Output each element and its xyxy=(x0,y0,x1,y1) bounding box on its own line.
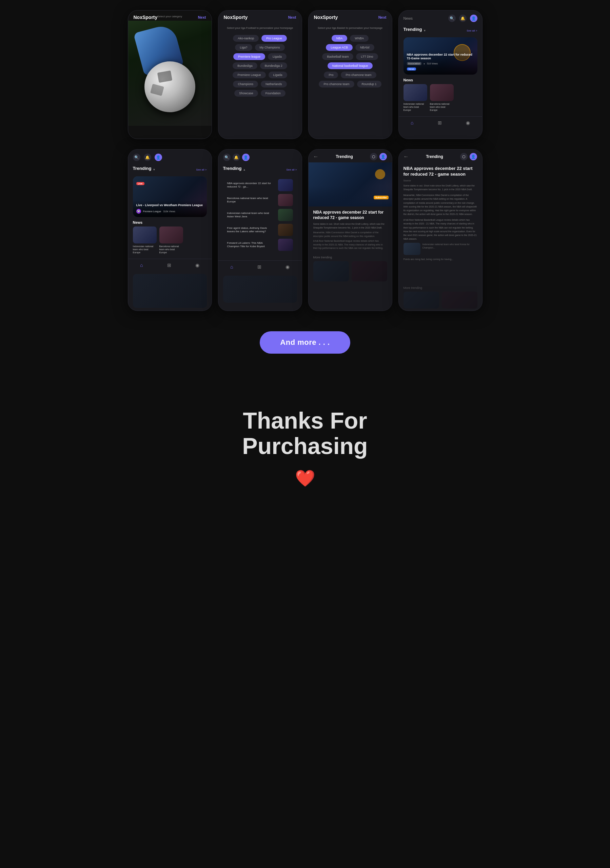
trending-hero-card[interactable]: NBA approves december 22 start for reduc… xyxy=(404,37,477,74)
nav-home-2[interactable]: ⌂ xyxy=(140,262,143,268)
cat-chip[interactable]: Liga? xyxy=(235,44,252,51)
list-img-4 xyxy=(278,224,293,236)
cat-label-2: Select your liga Football to personalize… xyxy=(227,26,293,29)
cat-chip[interactable]: Basketball team xyxy=(322,53,353,60)
cat-chip[interactable]: My Champions xyxy=(255,44,285,51)
back-btn-2[interactable]: ← xyxy=(404,153,409,160)
cat-chip[interactable]: Ligada xyxy=(268,53,287,60)
cat-chip-active[interactable]: Pro League xyxy=(261,35,287,42)
avatar-icon[interactable]: 👤 xyxy=(470,15,477,22)
list-item-2[interactable]: Barcelona national team who beat Europe xyxy=(227,194,293,206)
share-icon[interactable]: ⬡ xyxy=(370,153,377,160)
phone2-categories: Ako-nankop Pro League Liga? My Champions… xyxy=(218,33,302,139)
cat-chip[interactable]: Foundation xyxy=(261,90,286,97)
nav-user-3[interactable]: ◉ xyxy=(286,264,290,270)
bell-icon[interactable]: 🔔 xyxy=(459,15,467,22)
trending-dropdown-5[interactable]: Trending xyxy=(426,154,443,159)
nav-grid-2[interactable]: ⊞ xyxy=(167,262,171,268)
trending-dropdown-2[interactable]: Trending ▼ xyxy=(133,166,156,174)
list-item-3[interactable]: Indonesian national team who beat Asian … xyxy=(227,209,293,221)
cat-chip[interactable]: Roundup 1 xyxy=(357,81,382,87)
cat-chip[interactable]: Pro xyxy=(324,71,338,78)
bell-icon-2[interactable]: 🔔 xyxy=(144,153,151,161)
next-btn-2[interactable]: Next xyxy=(288,15,296,19)
cat-chip[interactable]: Pro chamone team xyxy=(319,81,354,87)
cat-chip[interactable]: Bundesliga 2 xyxy=(260,62,287,69)
cat-chip-active[interactable]: National basketball league xyxy=(328,62,373,69)
next-btn-1[interactable]: Next xyxy=(198,15,206,19)
news-thumb-2[interactable]: Barcelona national team who beat Europe xyxy=(430,84,454,112)
phone5-extra xyxy=(128,271,211,311)
nav-user-2[interactable]: ◉ xyxy=(195,262,199,268)
nav-home-3[interactable]: ⌂ xyxy=(230,264,233,270)
avatar-icon-4[interactable]: 👤 xyxy=(379,153,387,160)
trending-dropdown-3[interactable]: Trending ▲ xyxy=(223,166,246,174)
see-all-link[interactable]: See all > xyxy=(467,29,477,32)
full-article-title: NBA approves december 22 start for reduc… xyxy=(404,166,477,177)
news-thumb-1[interactable]: Indonesian national team who beat Europe xyxy=(404,84,427,112)
search-icon[interactable]: 🔍 xyxy=(448,15,456,22)
cat-chip-active[interactable]: NBA xyxy=(332,35,348,42)
avatar-icon-5[interactable]: 👤 xyxy=(470,153,477,160)
list-item-5[interactable]: Forward LA Lakers: This NBA Champion Tit… xyxy=(227,239,293,251)
back-btn[interactable]: ← xyxy=(313,153,319,160)
article-body-2: Meanwhile, NBA Commission Mike Daniel a … xyxy=(313,231,387,238)
phone4-header-left: News xyxy=(404,16,413,20)
trending-list: NBA approves december 22 start for reduc… xyxy=(223,177,297,256)
search-icon-2[interactable]: 🔍 xyxy=(133,153,140,161)
see-all-link-2[interactable]: See all > xyxy=(196,168,206,171)
cat-chip[interactable]: Premiere League xyxy=(233,71,265,78)
cat-chip[interactable]: Champions xyxy=(233,81,258,87)
trending-dropdown-4[interactable]: Trending xyxy=(336,154,353,159)
cat-chip-active[interactable]: Premiere league xyxy=(233,53,265,60)
trending-dropdown[interactable]: Trending ▼ xyxy=(404,27,426,34)
next-btn-3[interactable]: Next xyxy=(379,15,386,19)
views-text: 516 Views xyxy=(427,62,438,65)
phone-5: 🔍 🔔 👤 Trending ▼ See all > Live xyxy=(128,149,212,311)
cat-chip[interactable]: Netherlands xyxy=(261,81,287,87)
avatar-icon-2[interactable]: 👤 xyxy=(155,153,162,161)
avatar-icon-3[interactable]: 👤 xyxy=(242,153,250,161)
bell-icon-3[interactable]: 🔔 xyxy=(233,153,240,161)
association-badge: Association xyxy=(407,62,422,65)
nav-grid[interactable]: ⊞ xyxy=(438,120,442,126)
cat-chip[interactable]: Pro chamone team xyxy=(341,71,376,78)
cat-chip[interactable]: LTT Dino xyxy=(356,53,378,60)
full-para-3: A full-floor National Basketball League … xyxy=(404,218,477,241)
cat-chip[interactable]: NBAlol xyxy=(355,44,374,51)
bottom-nav-3: ⌂ ⊞ ◉ xyxy=(218,260,302,273)
nav-grid-3[interactable]: ⊞ xyxy=(258,264,261,270)
list-item-1[interactable]: NBA approves december 22 start for reduc… xyxy=(227,179,293,191)
brand-logo-3: NoxSporty xyxy=(314,15,338,20)
news-thumb-1-text: Indonesian national team who beat Europe xyxy=(404,102,427,112)
cat-chip-active[interactable]: League ACB xyxy=(326,44,352,51)
list-img-3 xyxy=(278,209,293,221)
list-item-2-text: Barcelona national team who beat Europe xyxy=(227,197,275,204)
and-more-button[interactable]: And more . . . xyxy=(260,331,350,353)
phone-4: News 🔍 🔔 👤 Trending ▼ See all > xyxy=(399,10,483,139)
article-thumbs: Indonesian national team who beat Korea … xyxy=(404,243,477,255)
live-match-title: Live - Liverpool vs Westham Premiere Lea… xyxy=(136,203,203,208)
cat-chip[interactable]: Bundesliga xyxy=(233,62,258,69)
nav-user[interactable]: ◉ xyxy=(466,120,470,126)
cat-chip[interactable]: Ako-nankop xyxy=(233,35,259,42)
cat-chip[interactable]: WNBA xyxy=(350,35,369,42)
news-thumb-3[interactable]: Indonesian national team who beat Europe xyxy=(133,226,157,254)
see-all-link-3[interactable]: See all > xyxy=(286,168,297,171)
dropdown-icon-2: ▼ xyxy=(152,168,155,171)
nav-home[interactable]: ⌂ xyxy=(411,120,413,126)
cat-chip[interactable]: Ligada xyxy=(269,71,287,78)
search-icon-3[interactable]: 🔍 xyxy=(223,153,231,161)
live-match-card[interactable]: Live Live - Liverpool vs Westham Premier… xyxy=(133,176,207,217)
news-thumb-4[interactable]: Barcelona national team who beat Europe xyxy=(159,226,183,254)
cat-chip[interactable]: Showcase xyxy=(234,90,258,97)
list-item-4[interactable]: Free agent status, Anthony Davis leaves … xyxy=(227,224,293,236)
subscribe-badge[interactable]: Subscribe xyxy=(374,195,389,199)
list-item-4-text: Free agent status, Anthony Davis leaves … xyxy=(227,226,275,234)
share-icon-2[interactable]: ⬡ xyxy=(460,153,467,160)
news-section-title: News xyxy=(404,78,477,82)
brand-logo-1: NoxSporty xyxy=(133,15,158,20)
phone-3: NoxSporty Next Select your liga Basket t… xyxy=(308,10,392,139)
heart-icon: ❤️ xyxy=(295,469,315,488)
phone8-icons: ⬡ 👤 xyxy=(460,153,477,160)
